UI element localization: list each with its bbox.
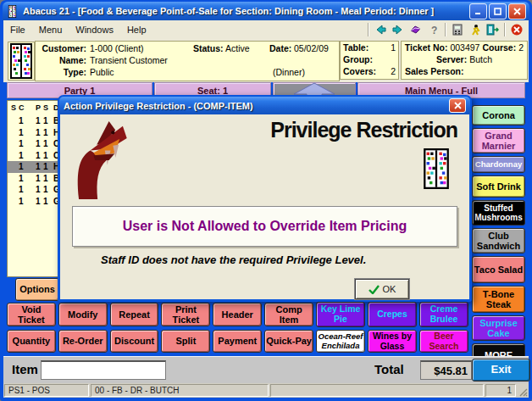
covers-value: 2 (391, 66, 396, 78)
abacus-logo-icon (8, 42, 35, 81)
sidebar-item-club-sandwich[interactable]: Club Sandwich (472, 228, 525, 253)
command-comp-item[interactable]: Comp Item (264, 303, 313, 326)
server-label: Server: (436, 54, 467, 66)
sidebar-item-surprise-cake[interactable]: Surprise Cake (472, 315, 525, 341)
options-button[interactable]: Options (15, 278, 59, 301)
status-label: Status: (193, 43, 224, 53)
sidebar-item-stuffed-mushrooms[interactable]: Stuffed Mushrooms (472, 200, 525, 226)
col-p: P (36, 103, 43, 112)
book-icon[interactable] (409, 23, 423, 36)
app-logo-icon (6, 5, 19, 18)
menu-level-label: Main Menu - Full (405, 86, 478, 96)
dialog-title-bar[interactable]: Action Privilege Restriction - (COMP-ITE… (59, 97, 470, 114)
menu-item-ocean-reef-enchilada[interactable]: Ocean-Reef Enchilada (316, 330, 365, 353)
party-label: Party 1 (64, 86, 96, 96)
svg-text:?: ? (431, 25, 437, 36)
sidebar: CoronaGrand MarnierChardonnaySoft DrinkS… (472, 105, 525, 368)
date-label: Date: (269, 43, 291, 53)
col-s: S (11, 103, 19, 112)
close-button[interactable] (508, 3, 526, 19)
col-c: C (19, 103, 27, 112)
maximize-button[interactable] (489, 3, 507, 19)
abacus-logo-icon (424, 148, 449, 189)
clock-out-runner-icon[interactable] (468, 23, 482, 36)
command-re-order[interactable]: Re-Order (58, 330, 108, 353)
help-icon[interactable]: ? (427, 23, 441, 36)
toolbar-separator (368, 23, 369, 36)
command-quantity[interactable]: Quantity (7, 330, 56, 353)
menu-item-creme-brulee[interactable]: Creme Brulee (419, 302, 468, 327)
customer-info-panel: Customer: 1-000 (Client) Status: Active … (3, 39, 529, 82)
sidebar-item-grand-marnier[interactable]: Grand Marnier (472, 128, 525, 153)
item-bar: Item Total $45.81 Exit (3, 356, 529, 384)
resize-grip-icon[interactable] (518, 384, 528, 397)
menu-item-crepes[interactable]: Crepes (368, 302, 417, 327)
group-label: Group: (343, 54, 373, 66)
sidebar-item-chardonnay[interactable]: Chardonnay (472, 156, 525, 173)
customer-value: 1-000 (Client) (90, 43, 144, 53)
close-app-icon[interactable] (510, 23, 524, 36)
type-value: Public (90, 67, 114, 77)
table-info-box: Table:1 Group: Covers:2 (340, 41, 399, 80)
table-value: 1 (391, 42, 396, 54)
server-value: Butch (469, 54, 492, 66)
menu-menu[interactable]: Menu (32, 22, 69, 37)
menu-file[interactable]: File (3, 22, 32, 37)
course-label: Course: (482, 42, 516, 54)
total-label: Total (374, 362, 404, 376)
status-station: PS1 - POS (4, 384, 89, 397)
back-arrow-icon[interactable] (374, 23, 387, 36)
forward-arrow-icon[interactable] (391, 23, 405, 36)
exit-button[interactable]: Exit (472, 359, 530, 382)
command-payment[interactable]: Payment (213, 330, 262, 353)
command-modify[interactable]: Modify (58, 303, 108, 326)
type-label: Type: (39, 67, 86, 77)
dialog-heading: Privilege Restriction (270, 118, 457, 142)
minimize-button[interactable] (469, 3, 487, 19)
dragon-illustration (72, 120, 130, 201)
command-header[interactable]: Header (213, 303, 262, 326)
exit-door-icon[interactable] (486, 23, 500, 36)
dialog-close-button[interactable] (449, 98, 466, 113)
sidebar-item-taco-salad[interactable]: Taco Salad (472, 256, 525, 283)
toolbar-separator (445, 23, 446, 36)
menu-help[interactable]: Help (120, 22, 153, 37)
command-split[interactable]: Split (161, 330, 210, 353)
meal-period-value: (Dinner) (273, 67, 305, 77)
course-value: 2 (518, 42, 524, 54)
sidebar-item-corona[interactable]: Corona (472, 105, 525, 125)
sidebar-item-t-bone-steak[interactable]: T-Bone Steak (472, 286, 525, 313)
menu-item-key-lime-pie[interactable]: Key Lime Pie (316, 302, 365, 327)
title-bar[interactable]: Abacus 21 - [Food & Beverage Point-of-Sa… (3, 2, 529, 20)
ticket-no-label: Ticket No: (405, 42, 448, 54)
menu-item-beer-search[interactable]: Beer Search (419, 330, 468, 353)
customer-info-main: Customer: 1-000 (Client) Status: Active … (35, 41, 340, 81)
status-spacer (270, 384, 484, 397)
col-s2: S (43, 103, 51, 112)
dessert-grid: Key Lime PieCrepesCreme BruleeOcean-Reef… (316, 302, 468, 353)
item-input[interactable] (41, 360, 166, 380)
command-grid: Void TicketModifyRepeatPrint TicketHeade… (7, 303, 313, 353)
sidebar-item-soft-drink[interactable]: Soft Drink (472, 175, 525, 198)
item-label: Item (12, 362, 38, 376)
command-print-ticket[interactable]: Print Ticket (161, 303, 210, 326)
ok-button[interactable]: OK (355, 279, 409, 299)
covers-label: Covers: (343, 66, 376, 78)
date-value: 05/02/09 (294, 43, 329, 53)
command-quick-pay[interactable]: Quick-Pay (264, 330, 313, 353)
menu-windows[interactable]: Windows (69, 22, 120, 37)
ticket-info-box: Ticket No: 003497 Course: 2 Server: Butc… (401, 41, 528, 80)
status-bar: PS1 - POS 00 - FB - DR - BUTCH 1 (3, 383, 529, 398)
menu-item-wines-by-glass[interactable]: Wines by Glass (368, 330, 417, 353)
command-repeat[interactable]: Repeat (110, 303, 159, 326)
status-context: 00 - FB - DR - BUTCH (91, 384, 269, 397)
calculator-icon[interactable] (451, 23, 464, 36)
app-window: Abacus 21 - [Food & Beverage Point-of-Sa… (0, 0, 532, 401)
toolbar-separator (504, 23, 506, 36)
ok-label: OK (383, 284, 396, 294)
command-discount[interactable]: Discount (110, 330, 159, 353)
command-void-ticket[interactable]: Void Ticket (7, 303, 56, 326)
table-label: Table: (343, 42, 369, 54)
ticket-no-value: 003497 (450, 42, 479, 54)
name-value: Transient Customer (90, 55, 168, 65)
